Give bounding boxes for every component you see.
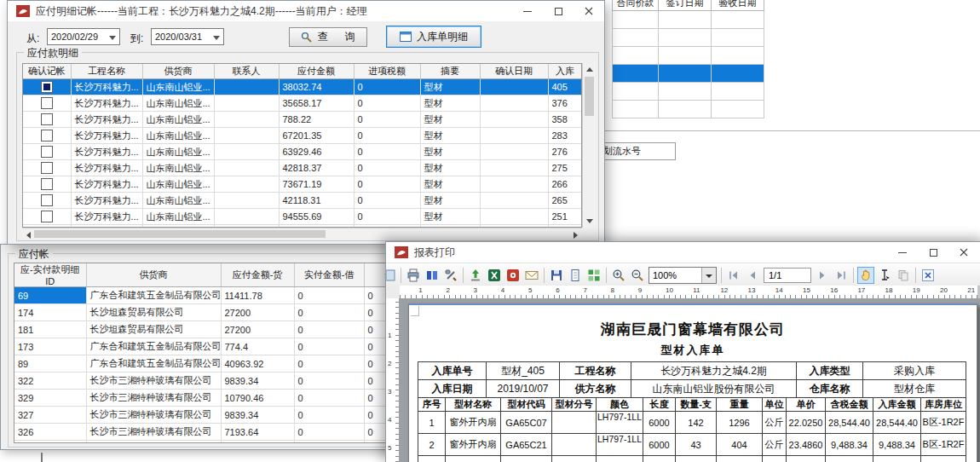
- report-column-header[interactable]: 入库金额: [873, 398, 921, 412]
- confirm-checkbox[interactable]: [41, 113, 53, 125]
- table-row[interactable]: 长沙万科魅力...山东南山铝业...67201.350型材283: [23, 128, 582, 144]
- table-row[interactable]: 174长沙坦森贸易有限公司2720000: [14, 304, 392, 321]
- column-header[interactable]: 应付金额: [279, 64, 354, 79]
- scroll-left-icon[interactable]: [26, 232, 31, 239]
- zoom-out-icon[interactable]: [629, 267, 646, 284]
- table-row[interactable]: [613, 11, 764, 29]
- table-row[interactable]: 327长沙市三湘特种玻璃有限公司9839.3400: [14, 407, 392, 424]
- report-column-header[interactable]: 重量: [717, 398, 763, 412]
- scrollbar-thumb[interactable]: [34, 230, 326, 238]
- maximize-button[interactable]: [918, 242, 948, 263]
- report-column-header[interactable]: 型材代码: [501, 398, 552, 412]
- single-page-icon[interactable]: [567, 267, 584, 284]
- close-button[interactable]: [574, 1, 604, 21]
- print-preview-area[interactable]: 湖南巨晟门窗幕墙有限公司 型材入库单 入库单号 型材_405 工程名称 长沙万科…: [399, 298, 980, 462]
- first-page-icon[interactable]: [725, 267, 742, 284]
- column-header[interactable]: 工程名称: [71, 64, 142, 79]
- confirm-checkbox[interactable]: [41, 194, 53, 206]
- text-select-icon[interactable]: [876, 267, 893, 284]
- payables-table-viewport[interactable]: 应-实付款明细ID供货商应付金额-货实付金额-借余额 69广东合和建筑五金制品有…: [14, 263, 392, 443]
- next-page-icon[interactable]: [814, 267, 831, 284]
- column-header[interactable]: 验收日期: [712, 0, 764, 11]
- table-row[interactable]: [613, 83, 764, 101]
- table-row[interactable]: 长沙万科魅力...山东南山铝业...788.220型材358: [23, 112, 582, 128]
- report-column-header[interactable]: 型材名称: [446, 398, 501, 412]
- table-row[interactable]: 329长沙市三湘特种玻璃有限公司10790.4600: [14, 390, 392, 407]
- report-titlebar[interactable]: 报表打印: [386, 242, 980, 263]
- confirm-checkbox[interactable]: [41, 211, 53, 222]
- multi-page-icon[interactable]: [585, 267, 602, 284]
- export-mail-icon[interactable]: [523, 267, 540, 284]
- report-column-header[interactable]: 数量-支: [676, 398, 717, 412]
- export-excel-icon[interactable]: [486, 267, 503, 284]
- column-header[interactable]: 确认日期: [480, 64, 548, 79]
- confirm-checkbox[interactable]: [41, 162, 53, 174]
- minimize-button[interactable]: [512, 1, 543, 21]
- table-row[interactable]: 322长沙市三湘特种玻璃有限公司9839.3400: [14, 372, 392, 390]
- column-header[interactable]: 应-实付款明细ID: [14, 263, 86, 287]
- confirm-checkbox[interactable]: [41, 81, 53, 93]
- table-row[interactable]: 长沙万科魅力...山东南山铝业...63929.460型材276: [23, 144, 582, 160]
- copy-icon[interactable]: [895, 267, 912, 284]
- maximize-button[interactable]: [543, 1, 574, 21]
- column-header[interactable]: 进项税额: [354, 64, 420, 79]
- table-row[interactable]: [613, 47, 764, 65]
- table-row[interactable]: 326长沙市三湘特种玻璃有限公司7193.6400: [14, 424, 392, 441]
- horizontal-scrollbar[interactable]: [22, 228, 582, 240]
- page-setup-icon[interactable]: [424, 267, 441, 284]
- table-row[interactable]: 长沙万科魅力...山东南山铝业...42818.370型材275: [23, 160, 582, 176]
- scrollbar-thumb[interactable]: [585, 77, 594, 116]
- export-icon[interactable]: [467, 267, 484, 284]
- confirm-checkbox[interactable]: [41, 178, 53, 190]
- table-row[interactable]: 长沙万科魅力...山东南山铝业...94555.690型材251: [23, 209, 582, 225]
- scroll-down-icon[interactable]: [586, 219, 593, 223]
- from-date-combo[interactable]: 2020/02/29: [47, 28, 120, 45]
- column-header[interactable]: 应付金额-货: [221, 263, 294, 287]
- column-header[interactable]: 实付金额-借: [294, 263, 364, 287]
- confirm-checkbox[interactable]: [41, 130, 53, 141]
- to-date-combo[interactable]: 2020/03/31: [151, 28, 224, 45]
- column-header[interactable]: 确认记帐: [23, 64, 71, 79]
- table-row[interactable]: 长沙市三湘特种玻璃有限公司: [14, 441, 392, 444]
- window1-titlebar[interactable]: 应付明细记帐------当前工程：长沙万科魅力之城4.2期------当前用户：…: [8, 1, 604, 21]
- page-number-input[interactable]: 1/1: [764, 268, 811, 283]
- report-column-header[interactable]: 颜色: [597, 398, 643, 412]
- hand-tool-icon[interactable]: [857, 267, 874, 284]
- table-row[interactable]: 长沙万科魅力...山东南山铝业...73671.190型材266: [23, 176, 582, 193]
- table-row[interactable]: 69广东合和建筑五金制品有限公司11411.7800: [14, 287, 392, 304]
- scroll-right-icon[interactable]: [574, 232, 578, 239]
- table-row[interactable]: 长沙万科魅力...山东南山铝业...35658.170型材376: [23, 95, 582, 112]
- prev-page-icon[interactable]: [744, 267, 761, 284]
- zoom-level-combo[interactable]: 100%: [649, 267, 717, 284]
- scroll-up-icon[interactable]: [586, 67, 593, 72]
- report-column-header[interactable]: 序号: [418, 398, 446, 412]
- report-column-header[interactable]: 长度: [643, 398, 676, 412]
- last-page-icon[interactable]: [833, 267, 850, 284]
- report-column-header[interactable]: 含税金额: [826, 398, 873, 412]
- vertical-scrollbar[interactable]: [582, 63, 596, 228]
- minimize-button[interactable]: [887, 242, 918, 263]
- print-settings-icon[interactable]: [442, 267, 459, 284]
- report-column-header[interactable]: 库房库位: [921, 398, 966, 412]
- report-column-header[interactable]: 单位: [763, 398, 787, 412]
- close-preview-icon[interactable]: [919, 267, 937, 284]
- table-row[interactable]: 181长沙坦森贸易有限公司2720000: [14, 321, 392, 338]
- column-header[interactable]: 摘要: [420, 64, 480, 79]
- column-header[interactable]: 合同价款: [613, 0, 659, 11]
- column-header[interactable]: 联系人: [214, 64, 279, 79]
- table-row[interactable]: [613, 101, 764, 118]
- table-row[interactable]: 173广东合和建筑五金制品有限公司774.400: [14, 338, 392, 355]
- confirm-checkbox[interactable]: [41, 146, 53, 158]
- save-icon[interactable]: [548, 267, 565, 284]
- report-column-header[interactable]: 单价: [787, 398, 826, 412]
- inbound-detail-button[interactable]: 入库单明细: [386, 26, 481, 48]
- column-header[interactable]: 入库: [548, 64, 582, 79]
- query-button[interactable]: 查 询: [289, 27, 367, 47]
- sidebar-toggle-icon[interactable]: [386, 267, 397, 284]
- print-icon[interactable]: [405, 267, 422, 284]
- table-row[interactable]: 长沙万科魅力...山东南山铝业...38032.740型材405: [23, 79, 582, 95]
- column-header[interactable]: 供货商: [86, 263, 221, 287]
- plan-serial-field[interactable]: 计划流水号: [599, 142, 676, 160]
- table-row[interactable]: [613, 29, 764, 47]
- table-row[interactable]: [613, 65, 764, 83]
